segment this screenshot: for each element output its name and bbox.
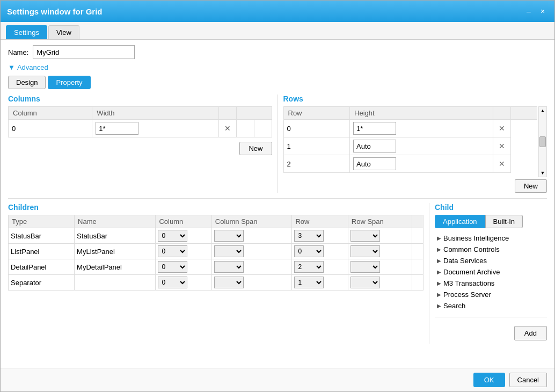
row-height-input-2[interactable]	[353, 157, 396, 170]
category-data-services[interactable]: ▶ Data Services	[435, 255, 547, 266]
scrollbar-down-arrow[interactable]: ▼	[539, 169, 546, 177]
category-m3-transactions[interactable]: ▶ M3 Transactions	[435, 278, 547, 289]
columns-rows-panels: Columns Column Width 0	[8, 95, 547, 193]
row-height-input-1[interactable]	[353, 140, 396, 153]
child-header-type: Type	[9, 215, 75, 228]
triangle-icon: ▶	[437, 246, 441, 252]
child-row-select-3[interactable]: 1	[294, 277, 324, 288]
triangle-icon: ▶	[437, 258, 441, 264]
scrollbar-thumb	[539, 136, 546, 147]
child-colspan-2	[211, 259, 292, 275]
col-width-input[interactable]	[96, 122, 138, 135]
table-row: Separator 0 1	[9, 275, 423, 291]
category-label: Data Services	[443, 257, 487, 265]
child-extra-0	[412, 228, 423, 244]
row-delete-cell-2: ✕	[493, 155, 511, 173]
category-business-intelligence[interactable]: ▶ Business Intelligence	[435, 233, 547, 244]
row-delete-button-0[interactable]: ✕	[496, 124, 507, 133]
close-button[interactable]: ×	[537, 6, 548, 17]
child-col-select-2[interactable]: 0	[158, 261, 187, 273]
col-header-action	[218, 107, 236, 120]
row-delete-button-1[interactable]: ✕	[496, 142, 507, 150]
child-rowspan-select-2[interactable]	[350, 261, 380, 273]
child-row-0: 3	[292, 228, 348, 244]
col-header-empty	[236, 107, 272, 120]
children-panel: Children Type Name Column Column Span Ro…	[8, 203, 429, 344]
sub-tab-design[interactable]: Design	[8, 76, 46, 89]
row-height-cell-2	[350, 155, 493, 173]
child-tab-builtin[interactable]: Built-In	[485, 215, 523, 228]
row-index: 0	[283, 120, 350, 137]
advanced-label: Advanced	[17, 63, 48, 71]
children-table: Type Name Column Column Span Row Row Spa…	[8, 215, 423, 291]
window-title: Settings window for Grid	[7, 7, 103, 16]
row-height-input-0[interactable]	[353, 122, 396, 135]
table-row: ListPanel MyListPanel 0 0	[9, 244, 423, 259]
child-colspan-select-0[interactable]	[214, 230, 244, 242]
child-row-select-1[interactable]: 0	[294, 245, 324, 257]
child-rowspan-0	[348, 228, 412, 244]
child-col-select-1[interactable]: 0	[158, 245, 187, 257]
name-input[interactable]	[33, 45, 135, 59]
child-rowspan-select-1[interactable]	[350, 245, 380, 257]
category-process-server[interactable]: ▶ Process Server	[435, 289, 547, 300]
sub-tab-property[interactable]: Property	[48, 76, 90, 89]
col-delete-cell: ✕	[218, 120, 236, 137]
category-common-controls[interactable]: ▶ Common Controls	[435, 244, 547, 255]
scrollbar-up-arrow[interactable]: ▲	[539, 107, 546, 114]
child-extra-2	[412, 259, 423, 275]
category-label: M3 Transactions	[443, 279, 494, 287]
child-rowspan-select-0[interactable]	[350, 230, 380, 242]
child-panel: Child Application Built-In ▶ Business In…	[429, 203, 547, 344]
child-colspan-select-3[interactable]	[214, 277, 244, 288]
columns-new-button[interactable]: New	[239, 142, 272, 155]
child-colspan-3	[211, 275, 292, 291]
rows-table: Row Height 0	[283, 106, 538, 173]
col-header-column: Column	[9, 107, 92, 120]
category-search[interactable]: ▶ Search	[435, 300, 547, 311]
child-row-1: 0	[292, 244, 348, 259]
tab-settings[interactable]: Settings	[6, 25, 47, 39]
child-type-0: StatusBar	[9, 228, 75, 244]
cancel-button[interactable]: Cancel	[509, 373, 547, 387]
category-document-archive[interactable]: ▶ Document Archive	[435, 266, 547, 278]
name-label: Name:	[8, 48, 28, 56]
child-tab-application[interactable]: Application	[435, 215, 485, 228]
col-header-width: Width	[92, 107, 218, 120]
child-name-3	[75, 275, 156, 291]
child-colspan-select-2[interactable]	[214, 261, 244, 273]
table-row: 0 ✕	[283, 120, 537, 137]
child-col-select-0[interactable]: 0	[158, 230, 187, 242]
table-row: 0 ✕	[9, 120, 272, 137]
main-tab-bar: Settings View	[1, 22, 554, 40]
child-tab-bar: Application Built-In	[435, 215, 547, 228]
child-rowspan-3	[348, 275, 412, 291]
tab-view[interactable]: View	[48, 25, 79, 39]
col-delete-button[interactable]: ✕	[222, 124, 233, 133]
rows-new-button[interactable]: New	[515, 179, 547, 193]
add-area: Add	[435, 323, 547, 344]
table-row: DetailPanel MyDetailPanel 0 2	[9, 259, 423, 275]
child-name-2: MyDetailPanel	[75, 259, 156, 275]
child-rowspan-select-3[interactable]	[350, 277, 380, 288]
child-col-select-3[interactable]: 0	[158, 277, 187, 288]
child-col-1: 0	[156, 244, 211, 259]
child-row-select-0[interactable]: 3	[294, 230, 324, 242]
ok-button[interactable]: OK	[473, 373, 505, 387]
advanced-toggle[interactable]: ▼ Advanced	[8, 63, 547, 71]
row-delete-button-2[interactable]: ✕	[496, 159, 507, 168]
title-bar: Settings window for Grid – ×	[1, 1, 554, 22]
add-button[interactable]: Add	[514, 326, 547, 340]
bottom-buttons: OK Cancel	[1, 368, 554, 391]
category-list: ▶ Business Intelligence ▶ Common Control…	[435, 233, 547, 311]
child-row-select-2[interactable]: 2	[294, 261, 324, 273]
child-type-2: DetailPanel	[9, 259, 75, 275]
children-child-row: Children Type Name Column Column Span Ro…	[8, 198, 547, 344]
child-header-row: Row	[292, 215, 348, 228]
col-extra2	[254, 120, 272, 137]
child-colspan-select-1[interactable]	[214, 245, 244, 257]
child-type-1: ListPanel	[9, 244, 75, 259]
category-label: Search	[443, 302, 465, 310]
minimize-button[interactable]: –	[523, 6, 534, 17]
table-row: 1 ✕	[283, 137, 537, 155]
